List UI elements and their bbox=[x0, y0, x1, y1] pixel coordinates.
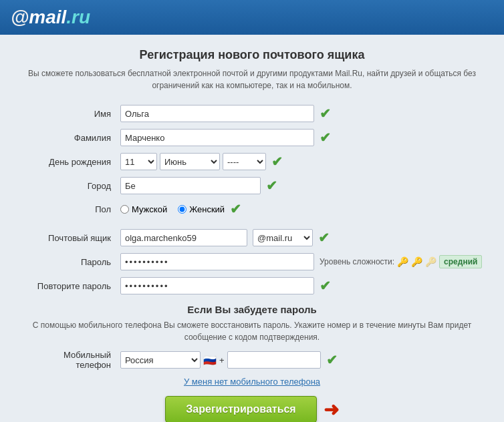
country-select[interactable]: Россия bbox=[120, 351, 201, 369]
city-row: Город ✔ bbox=[27, 177, 477, 194]
gender-male-radio[interactable] bbox=[120, 205, 129, 214]
city-label: Город bbox=[27, 181, 120, 191]
key-icon-2: 🔑 bbox=[411, 256, 422, 267]
password-repeat-checkmark: ✔ bbox=[320, 278, 331, 294]
domain-select[interactable]: @mail.ru @inbox.ru @list.ru @bk.ru bbox=[253, 229, 313, 246]
city-field: ✔ bbox=[120, 177, 477, 194]
name-input[interactable] bbox=[120, 105, 314, 122]
strength-value: средний bbox=[439, 255, 482, 268]
submit-area: Зарегистрироваться ➜ bbox=[27, 396, 477, 422]
header: @mail.ru bbox=[0, 0, 504, 35]
birthday-selects: 11 Июнь ---- bbox=[120, 153, 266, 170]
birthday-label: День рождения bbox=[27, 157, 120, 167]
surname-row: Фамилия ✔ bbox=[27, 129, 477, 146]
surname-checkmark: ✔ bbox=[320, 130, 331, 146]
birthday-checkmark: ✔ bbox=[271, 154, 283, 170]
password-input[interactable] bbox=[120, 253, 314, 270]
logo-mail: mail bbox=[29, 7, 66, 27]
gender-female-radio[interactable] bbox=[178, 205, 186, 214]
logo: @mail.ru bbox=[11, 7, 90, 28]
name-row: Имя ✔ bbox=[27, 105, 477, 122]
gender-row: Пол Мужской Женский ✔ bbox=[27, 201, 477, 217]
name-label: Имя bbox=[27, 109, 120, 119]
password-label: Пароль bbox=[27, 257, 120, 267]
password-repeat-row: Повторите пароль ✔ bbox=[27, 277, 477, 294]
birthday-field: 11 Июнь ---- ✔ bbox=[120, 153, 477, 170]
main-content: Регистрация нового почтового ящика Вы см… bbox=[0, 35, 504, 422]
phone-input-group: Россия 🇷🇺 + bbox=[120, 351, 321, 369]
password-field: Уровень сложности: 🔑 🔑 🔑 средний bbox=[120, 253, 482, 270]
phone-number-input[interactable] bbox=[227, 351, 321, 369]
email-row: @mail.ru @inbox.ru @list.ru @bk.ru bbox=[120, 229, 313, 246]
gender-female-option: Женский bbox=[178, 204, 225, 214]
recovery-description: С помощью мобильного телефона Вы сможете… bbox=[27, 319, 477, 343]
city-input[interactable] bbox=[120, 177, 261, 194]
mailbox-field: @mail.ru @inbox.ru @list.ru @bk.ru ✔ bbox=[120, 229, 477, 246]
birthday-row: День рождения 11 Июнь ---- ✔ bbox=[27, 153, 477, 170]
form-title: Регистрация нового почтового ящика bbox=[27, 48, 477, 62]
strength-text-label: Уровень сложности: bbox=[320, 257, 394, 266]
logo-at: @ bbox=[11, 7, 29, 27]
gender-male-option: Мужской bbox=[120, 204, 167, 214]
phone-prefix: + bbox=[219, 355, 225, 365]
form-description: Вы сможете пользоваться бесплатной элект… bbox=[27, 67, 477, 91]
mailbox-checkmark: ✔ bbox=[318, 230, 330, 246]
name-checkmark: ✔ bbox=[320, 106, 331, 122]
mailbox-row: Почтовый ящик @mail.ru @inbox.ru @list.r… bbox=[27, 229, 477, 246]
phone-label: Мобильный телефон bbox=[27, 350, 120, 370]
phone-field: Россия 🇷🇺 + ✔ bbox=[120, 351, 477, 369]
surname-input[interactable] bbox=[120, 129, 314, 146]
flag-icon: 🇷🇺 bbox=[203, 354, 217, 367]
name-field: ✔ bbox=[120, 105, 477, 122]
key-icon-1: 🔑 bbox=[397, 256, 408, 267]
gender-checkmark: ✔ bbox=[230, 201, 241, 217]
password-row: Пароль Уровень сложности: 🔑 🔑 🔑 средний bbox=[27, 253, 477, 270]
no-phone-link-area: У меня нет мобильного телефона bbox=[27, 377, 477, 387]
mailbox-name-input[interactable] bbox=[120, 229, 247, 246]
gender-female-label: Женский bbox=[189, 204, 225, 214]
submit-button[interactable]: Зарегистрироваться bbox=[165, 396, 316, 422]
recovery-section: Если Вы забудете пароль С помощью мобиль… bbox=[27, 304, 477, 343]
birthday-day-select[interactable]: 11 bbox=[120, 153, 157, 170]
birthday-month-select[interactable]: Июнь bbox=[160, 153, 220, 170]
key-icon-3: 🔑 bbox=[425, 256, 436, 267]
logo-ru: .ru bbox=[66, 7, 90, 27]
surname-label: Фамилия bbox=[27, 133, 120, 143]
arrow-icon: ➜ bbox=[324, 399, 339, 421]
password-repeat-field: ✔ bbox=[120, 277, 477, 294]
gender-label: Пол bbox=[27, 204, 120, 214]
password-strength: Уровень сложности: 🔑 🔑 🔑 средний bbox=[320, 255, 482, 268]
gender-male-label: Мужской bbox=[132, 204, 167, 214]
password-repeat-input[interactable] bbox=[120, 277, 314, 294]
birthday-year-select[interactable]: ---- bbox=[223, 153, 266, 170]
mailbox-label: Почтовый ящик bbox=[27, 233, 120, 243]
city-checkmark: ✔ bbox=[266, 178, 277, 194]
phone-checkmark: ✔ bbox=[326, 352, 338, 368]
gender-field: Мужской Женский ✔ bbox=[120, 201, 477, 217]
no-phone-link[interactable]: У меня нет мобильного телефона bbox=[184, 377, 320, 387]
phone-row: Мобильный телефон Россия 🇷🇺 + ✔ bbox=[27, 350, 477, 370]
recovery-title: Если Вы забудете пароль bbox=[27, 304, 477, 315]
password-repeat-label: Повторите пароль bbox=[27, 281, 120, 291]
gender-radio-group: Мужской Женский bbox=[120, 204, 225, 214]
surname-field: ✔ bbox=[120, 129, 477, 146]
